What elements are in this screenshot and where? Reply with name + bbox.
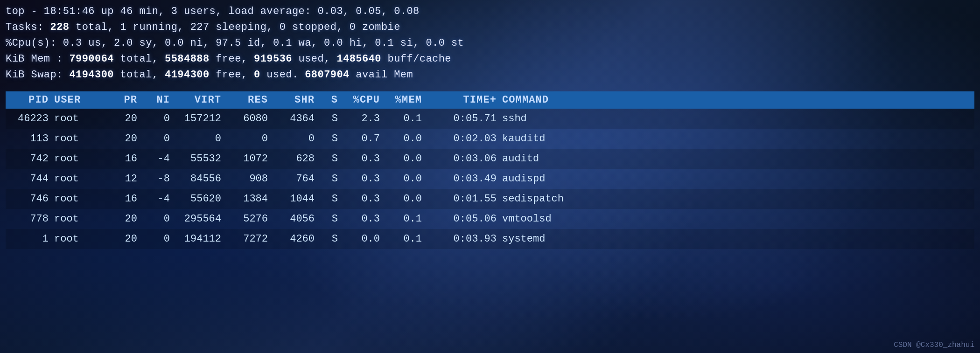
cell-mem: 0.0 (384, 131, 426, 146)
summary-section: top - 18:51:46 up 46 min, 3 users, load … (6, 4, 974, 83)
cell-shr: 4364 (272, 111, 318, 126)
cell-shr: 4260 (272, 231, 318, 247)
cell-ni: 0 (141, 131, 174, 146)
cell-user: root (52, 151, 108, 166)
tasks-label: Tasks: (6, 21, 50, 33)
cell-mem: 0.1 (384, 111, 426, 126)
cell-mem: 0.1 (384, 211, 426, 227)
cell-user: root (52, 111, 108, 126)
cell-cpu: 0.3 (342, 211, 384, 227)
table-header: PID USER PR NI VIRT RES SHR S %CPU %MEM … (6, 91, 974, 109)
cell-shr: 4056 (272, 211, 318, 227)
cell-res: 1072 (225, 151, 272, 166)
cell-command: sshd (500, 111, 970, 126)
cell-command: auditd (500, 151, 970, 166)
cell-pid: 113 (10, 131, 52, 146)
cell-ni: 0 (141, 211, 174, 227)
cell-cpu: 0.7 (342, 131, 384, 146)
col-virt: VIRT (174, 94, 225, 106)
cell-virt: 295564 (174, 211, 225, 227)
cell-user: root (52, 191, 108, 207)
cell-pid: 778 (10, 211, 52, 227)
cell-res: 7272 (225, 231, 272, 247)
cell-res: 0 (225, 131, 272, 146)
table-row: 778root20029556452764056S0.30.10:05.06vm… (6, 209, 974, 229)
cell-s: S (318, 211, 342, 227)
cell-time: 0:05.71 (426, 111, 500, 126)
cell-s: S (318, 231, 342, 247)
cell-ni: -4 (141, 151, 174, 166)
cell-ni: 0 (141, 111, 174, 126)
cell-virt: 55532 (174, 151, 225, 166)
col-time: TIME+ (426, 94, 500, 106)
cell-virt: 194112 (174, 231, 225, 247)
col-res: RES (225, 94, 272, 106)
cell-pr: 20 (108, 131, 141, 146)
cell-mem: 0.0 (384, 191, 426, 207)
summary-line1: top - 18:51:46 up 46 min, 3 users, load … (6, 4, 974, 20)
cell-mem: 0.1 (384, 231, 426, 247)
cell-cpu: 0.3 (342, 191, 384, 207)
cell-pid: 746 (10, 191, 52, 207)
cell-virt: 0 (174, 131, 225, 146)
table-row: 742root16-4555321072628S0.30.00:03.06aud… (6, 149, 974, 169)
cell-time: 0:03.93 (426, 231, 500, 247)
cell-user: root (52, 231, 108, 247)
cell-res: 6080 (225, 111, 272, 126)
cell-command: kauditd (500, 131, 970, 146)
cell-pr: 20 (108, 111, 141, 126)
cell-s: S (318, 151, 342, 166)
cell-ni: -4 (141, 191, 174, 207)
cell-pid: 1 (10, 231, 52, 247)
table-row: 744root12-884556908764S0.30.00:03.49audi… (6, 169, 974, 189)
cell-s: S (318, 111, 342, 126)
table-row: 1root20019411272724260S0.00.10:03.93syst… (6, 229, 974, 249)
cell-shr: 764 (272, 171, 318, 187)
tasks-rest: total, 1 running, 227 sleeping, 0 stoppe… (69, 21, 400, 33)
table-row: 746root16-45562013841044S0.30.00:01.55se… (6, 189, 974, 209)
cell-shr: 1044 (272, 191, 318, 207)
cell-s: S (318, 131, 342, 146)
cell-pid: 742 (10, 151, 52, 166)
cell-cpu: 0.0 (342, 231, 384, 247)
cell-shr: 628 (272, 151, 318, 166)
cell-command: audispd (500, 171, 970, 187)
summary-line4: KiB Mem : 7990064 total, 5584888 free, 9… (6, 51, 974, 67)
table-row: 46223root20015721260804364S2.30.10:05.71… (6, 109, 974, 129)
table-body: 46223root20015721260804364S2.30.10:05.71… (6, 109, 974, 249)
cell-virt: 157212 (174, 111, 225, 126)
cell-time: 0:02.03 (426, 131, 500, 146)
cell-command: vmtoolsd (500, 211, 970, 227)
cell-pr: 16 (108, 191, 141, 207)
cell-s: S (318, 191, 342, 207)
cell-ni: -8 (141, 171, 174, 187)
col-cpu: %CPU (342, 94, 384, 106)
cell-user: root (52, 131, 108, 146)
col-ni: NI (141, 94, 174, 106)
cell-s: S (318, 171, 342, 187)
cell-mem: 0.0 (384, 171, 426, 187)
col-user: USER (52, 94, 108, 106)
col-pr: PR (108, 94, 141, 106)
summary-line3: %Cpu(s): 0.3 us, 2.0 sy, 0.0 ni, 97.5 id… (6, 35, 974, 51)
cell-time: 0:03.06 (426, 151, 500, 166)
cell-shr: 0 (272, 131, 318, 146)
cell-res: 1384 (225, 191, 272, 207)
col-shr: SHR (272, 94, 318, 106)
cell-time: 0:01.55 (426, 191, 500, 207)
cell-pid: 46223 (10, 111, 52, 126)
table-row: 113root200000S0.70.00:02.03kauditd (6, 129, 974, 149)
watermark: CSDN @Cx330_zhahui (894, 341, 974, 349)
cell-time: 0:03.49 (426, 171, 500, 187)
col-command: COMMAND (500, 94, 970, 106)
cell-pid: 744 (10, 171, 52, 187)
cell-cpu: 2.3 (342, 111, 384, 126)
col-mem: %MEM (384, 94, 426, 106)
cell-cpu: 0.3 (342, 151, 384, 166)
cell-user: root (52, 171, 108, 187)
summary-line5: KiB Swap: 4194300 total, 4194300 free, 0… (6, 67, 974, 83)
col-s: S (318, 94, 342, 106)
cell-mem: 0.0 (384, 151, 426, 166)
tasks-total-val: 228 (50, 21, 70, 33)
cell-res: 5276 (225, 211, 272, 227)
